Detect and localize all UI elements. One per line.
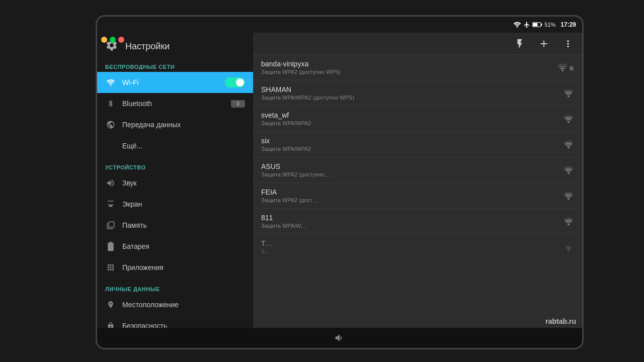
wifi-item-info-0: banda-vinipyxa Защита WPA2 (доступно WPS… [261, 60, 551, 75]
bluetooth-icon [105, 98, 116, 109]
wifi-item-2[interactable]: sveta_wf Защита WPA/WPA2 [253, 106, 582, 132]
data-label: Передача данных [122, 121, 245, 129]
wifi-item-info-3: six Защита WPA/WPA2 [261, 137, 557, 152]
window-dots [101, 37, 124, 43]
security-icon [105, 320, 116, 328]
sidebar-item-data[interactable]: Передача данных [97, 114, 253, 135]
apps-icon [105, 262, 116, 273]
wifi-item-security-3: Защита WPA/WPA2 [261, 146, 557, 152]
wifi-item-6[interactable]: 811 Защита WPA/W… [253, 209, 582, 234]
wifi-icon [105, 77, 116, 88]
wifi-signal-icon-3 [563, 140, 574, 149]
wifi-item-security-5: Защита WPA2 (дост… [261, 197, 557, 203]
status-icons: 51% 17:29 [513, 21, 576, 28]
airplane-icon [523, 21, 530, 28]
display-icon [105, 199, 116, 210]
wifi-label: Wi-Fi [122, 78, 219, 86]
more-icon [105, 140, 116, 151]
wifi-item-name-0: banda-vinipyxa [261, 60, 551, 68]
wifi-item-name-4: ASUS [261, 162, 557, 170]
wifi-signal-icon-2 [563, 114, 574, 123]
wifi-signal-icon-4 [563, 165, 574, 174]
toolbar [253, 33, 582, 55]
wifi-toggle[interactable] [225, 77, 245, 87]
wifi-item-security-0: Защита WPA2 (доступно WPS) [261, 69, 551, 75]
wifi-item-5[interactable]: FEIA Защита WPA2 (дост… [253, 183, 582, 209]
wifi-signal-icon-1 [563, 88, 574, 98]
sound-label: Звук [122, 179, 245, 187]
display-label: Экран [122, 200, 245, 208]
sidebar-item-battery[interactable]: Батарея [97, 236, 253, 257]
wifi-signal-icon-0 [557, 63, 574, 72]
svg-rect-3 [533, 23, 537, 26]
wifi-status-icon [513, 21, 521, 28]
sidebar-item-sound[interactable]: Звук [97, 172, 253, 194]
menu-button[interactable] [560, 36, 576, 52]
sidebar-item-security[interactable]: Безопасность [97, 315, 253, 328]
data-icon [105, 119, 116, 130]
svg-point-12 [568, 198, 570, 200]
sidebar-item-wifi[interactable]: Wi-Fi [97, 72, 253, 93]
svg-rect-2 [541, 24, 542, 26]
wifi-item-info-7: T… S… [261, 239, 557, 254]
wifi-item-7[interactable]: T… S… [253, 234, 582, 260]
main-content: Настройки БЕСПРОВОДНЫЕ СЕТИ Wi-Fi [97, 33, 582, 328]
volume-button[interactable] [331, 329, 349, 347]
section-label-personal: ЛИЧНЫЕ ДАННЫЕ [97, 282, 253, 294]
wifi-item-4[interactable]: ASUS Защита WPA2 (доступно… [253, 157, 582, 183]
svg-point-8 [568, 96, 570, 98]
wifi-list: banda-vinipyxa Защита WPA2 (доступно WPS… [253, 55, 582, 328]
wifi-item-1[interactable]: SHAMAN Защита WPA/WPA2 (доступно WPS) [253, 80, 582, 106]
wifi-item-name-1: SHAMAN [261, 85, 557, 94]
svg-point-13 [568, 224, 570, 226]
sidebar: Настройки БЕСПРОВОДНЫЕ СЕТИ Wi-Fi [97, 33, 253, 328]
sidebar-item-memory[interactable]: Память [97, 215, 253, 236]
apps-label: Приложения [122, 263, 245, 272]
bluetooth-label: Bluetooth [122, 100, 225, 108]
wifi-signal-icon-6 [563, 217, 574, 226]
wifi-signal-icon-7 [563, 242, 574, 251]
sidebar-item-more[interactable]: Ещё... [97, 135, 253, 156]
wifi-item-security-7: S… [261, 248, 557, 254]
battery-icon [532, 22, 542, 28]
bluetooth-badge: 0 [231, 100, 245, 108]
wifi-item-3[interactable]: six Защита WPA/WPA2 [253, 132, 582, 157]
wifi-item-security-4: Защита WPA2 (доступно… [261, 171, 557, 177]
right-panel: banda-vinipyxa Защита WPA2 (доступно WPS… [253, 33, 582, 328]
battery-sidebar-icon [105, 241, 116, 252]
sidebar-item-bluetooth[interactable]: Bluetooth 0 [97, 93, 253, 114]
svg-point-4 [110, 84, 112, 86]
dot-yellow [101, 37, 107, 43]
sidebar-item-apps[interactable]: Приложения [97, 257, 253, 278]
wifi-item-security-1: Защита WPA/WPA2 (доступно WPS) [261, 95, 557, 101]
sidebar-item-display[interactable]: Экран [97, 194, 253, 215]
wifi-item-0[interactable]: banda-vinipyxa Защита WPA2 (доступно WPS… [253, 55, 582, 80]
svg-point-0 [517, 26, 518, 28]
time-display: 17:29 [560, 21, 576, 28]
wifi-item-name-5: FEIA [261, 188, 557, 196]
sidebar-title: Настройки [125, 41, 170, 52]
bottom-bar [97, 328, 582, 348]
flash-button[interactable] [512, 36, 528, 52]
sound-icon [105, 177, 116, 189]
wifi-item-name-3: six [261, 137, 557, 145]
dot-red [118, 37, 124, 43]
wifi-signal-icon-5 [563, 191, 574, 200]
location-label: Местоположение [122, 301, 245, 309]
add-button[interactable] [536, 36, 552, 52]
wifi-item-name-7: T… [261, 239, 557, 247]
location-icon [105, 299, 116, 310]
battery-text: 51% [544, 22, 555, 28]
svg-point-10 [568, 147, 570, 149]
svg-point-11 [568, 172, 570, 174]
sidebar-item-location[interactable]: Местоположение [97, 294, 253, 315]
wifi-item-info-2: sveta_wf Защита WPA/WPA2 [261, 111, 557, 126]
wifi-item-name-2: sveta_wf [261, 111, 557, 119]
tablet-frame: 51% 17:29 Настройки БЕСПРОВОДНЫЕ СЕТИ [96, 15, 584, 349]
security-label: Безопасность [122, 322, 245, 328]
dot-green [110, 37, 116, 43]
wifi-item-info-4: ASUS Защита WPA2 (доступно… [261, 162, 557, 177]
wifi-item-info-1: SHAMAN Защита WPA/WPA2 (доступно WPS) [261, 85, 557, 101]
more-label: Ещё... [122, 142, 245, 150]
wifi-item-info-6: 811 Защита WPA/W… [261, 214, 557, 229]
